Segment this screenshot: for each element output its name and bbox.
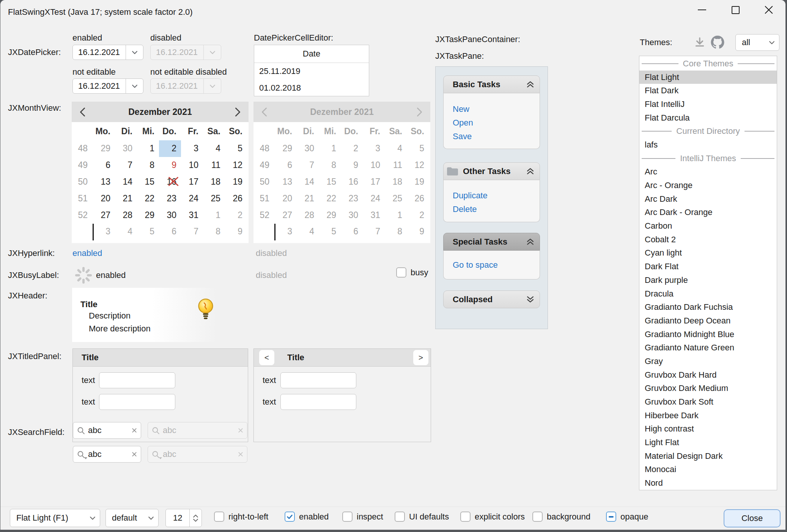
table-row[interactable]: 25.11.2019 <box>254 63 369 80</box>
theme-list-item[interactable]: Flat Darcula <box>639 111 777 125</box>
clear-icon[interactable] <box>132 452 137 457</box>
datepicker-value[interactable]: 16.12.2021 <box>73 47 126 57</box>
text-input[interactable] <box>99 394 175 410</box>
calendar-day[interactable]: 28 <box>115 207 137 223</box>
task-link[interactable]: Save <box>453 130 534 143</box>
font-size-value[interactable]: 12 <box>166 513 189 523</box>
theme-list-item[interactable]: Flat Dark <box>639 84 777 97</box>
calendar-day[interactable]: 17 <box>181 174 203 190</box>
checkbox-box[interactable] <box>342 512 353 522</box>
theme-list-item[interactable]: Cobalt 2 <box>639 233 777 246</box>
calendar-day[interactable]: 12 <box>225 157 247 174</box>
calendar-day[interactable]: 3 <box>181 140 203 157</box>
searchfield-with-menu[interactable]: abc <box>73 446 141 463</box>
calendar-day[interactable]: 7 <box>181 223 203 240</box>
font-size-spinner[interactable]: 12 <box>165 509 202 527</box>
calendar-day[interactable]: 27 <box>93 207 115 223</box>
calendar-day[interactable]: 30 <box>115 140 137 157</box>
searchfield-enabled[interactable]: abc <box>73 422 141 439</box>
theme-list-item[interactable]: Light Flat <box>639 436 777 449</box>
task-link[interactable]: Duplicate <box>453 189 534 202</box>
calendar-day[interactable]: 21 <box>115 190 137 207</box>
datepicker-enabled[interactable]: 16.12.2021 <box>72 45 143 60</box>
checkbox-box[interactable] <box>532 512 543 522</box>
calendar-day[interactable]: 18 <box>203 174 225 190</box>
calendar-day[interactable]: 8 <box>137 157 159 174</box>
theme-list-item[interactable]: Cyan light <box>639 246 777 260</box>
titledpanel-right-button[interactable]: > <box>413 350 428 365</box>
calendar-day[interactable]: 23 <box>159 190 181 207</box>
next-month-icon[interactable] <box>235 108 240 116</box>
taskpane-header[interactable]: Basic Tasks <box>443 75 540 93</box>
theme-list-item[interactable]: Material Design Dark <box>639 449 777 463</box>
download-icon[interactable] <box>694 36 705 48</box>
theme-list-item[interactable]: Gradianto Nature Green <box>639 341 777 355</box>
text-input[interactable] <box>99 372 175 388</box>
titledpanel-left-button[interactable]: < <box>259 350 274 365</box>
themes-filter-combo[interactable]: all <box>735 34 779 51</box>
theme-list-item[interactable]: Gradianto Deep Ocean <box>639 314 777 328</box>
table-column-header[interactable]: Date <box>254 45 369 63</box>
calendar-day[interactable]: 31 <box>181 207 203 223</box>
checkbox-box[interactable] <box>214 512 224 522</box>
theme-list-item[interactable]: Monocai <box>639 463 777 477</box>
calendar-day[interactable]: 5 <box>225 140 247 157</box>
maximize-button[interactable] <box>719 0 752 20</box>
theme-list-item[interactable]: Gradianto Midnight Blue <box>639 328 777 341</box>
taskpane-header[interactable]: Collapsed <box>443 290 540 308</box>
laf-combo[interactable]: Flat Light (F1) <box>10 509 100 527</box>
calendar-day[interactable]: 10 <box>181 157 203 174</box>
theme-list-item[interactable]: Hiberbee Dark <box>639 409 777 422</box>
calendar-day[interactable]: 20 <box>93 190 115 207</box>
calendar-day[interactable]: 1 <box>203 207 225 223</box>
task-link[interactable]: Open <box>453 116 534 130</box>
calendar-day[interactable]: 29 <box>93 140 115 157</box>
search-input[interactable]: abc <box>88 449 129 459</box>
calendar-day[interactable]: 3 <box>93 223 115 240</box>
theme-list-item[interactable]: Gray <box>639 355 777 368</box>
theme-list-item[interactable]: lafs <box>639 138 777 152</box>
text-input[interactable] <box>280 372 356 388</box>
datepicker-value[interactable]: 16.12.2021 <box>73 81 126 91</box>
checkbox-box[interactable] <box>460 512 471 522</box>
theme-list-item[interactable]: Dark Flat <box>639 260 777 273</box>
close-window-button[interactable] <box>752 0 785 20</box>
task-link[interactable]: Delete <box>453 202 534 216</box>
calendar-day[interactable]: 30 <box>159 207 181 223</box>
calendar-day[interactable]: 22 <box>137 190 159 207</box>
table-row[interactable]: 01.02.2018 <box>254 80 369 96</box>
theme-list-item[interactable]: Arc - Orange <box>639 179 777 192</box>
theme-list-item[interactable]: Gruvbox Dark Hard <box>639 368 777 382</box>
calendar-day[interactable]: 14 <box>115 174 137 190</box>
calendar-day[interactable]: 25 <box>203 190 225 207</box>
calendar-day[interactable]: 6 <box>159 223 181 240</box>
checkbox-box[interactable] <box>606 512 616 522</box>
calendar-day[interactable]: 8 <box>203 223 225 240</box>
calendar-day[interactable]: 4 <box>115 223 137 240</box>
datepicker-dropdown-button[interactable] <box>126 79 143 93</box>
calendar-day[interactable]: 26 <box>225 190 247 207</box>
calendar-day[interactable]: 11 <box>203 157 225 174</box>
taskpane-header[interactable]: Other Tasks <box>443 162 540 180</box>
calendar-day[interactable]: 29 <box>137 207 159 223</box>
checkbox-box[interactable] <box>285 512 295 522</box>
text-input[interactable] <box>280 394 356 410</box>
calendar-day[interactable]: 7 <box>115 157 137 174</box>
taskpane-header[interactable]: Special Tasks <box>443 233 540 251</box>
theme-list-item[interactable]: Flat IntelliJ <box>639 97 777 111</box>
calendar-day[interactable]: 9 <box>159 157 181 174</box>
theme-list-item[interactable]: Gradianto Dark Fuchsia <box>639 300 777 314</box>
checkbox-box[interactable] <box>396 267 406 278</box>
minimize-button[interactable] <box>685 0 719 20</box>
task-link[interactable]: Go to space <box>453 258 534 272</box>
datepicker-dropdown-button[interactable] <box>126 45 143 60</box>
calendar-day[interactable]: 1 <box>137 140 159 157</box>
theme-list-item[interactable]: Flat Light <box>639 71 777 84</box>
theme-list-item[interactable]: Carbon <box>639 219 777 233</box>
style-combo[interactable]: default <box>105 509 159 527</box>
search-input[interactable]: abc <box>88 425 129 435</box>
theme-list-item[interactable]: Gruvbox Dark Medium <box>639 382 777 395</box>
calendar-day[interactable]: 5 <box>137 223 159 240</box>
clear-icon[interactable] <box>132 428 137 433</box>
github-icon[interactable] <box>711 36 724 49</box>
